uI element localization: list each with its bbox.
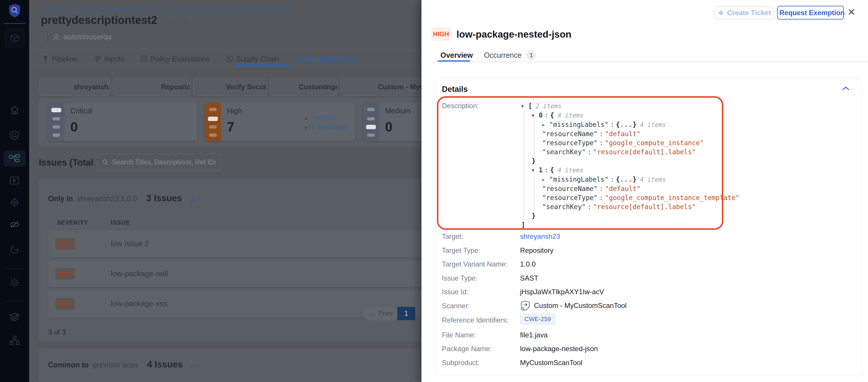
breadcrumb-separator: › bbox=[158, 6, 160, 12]
cwe-chip[interactable]: CWE-259 bbox=[520, 314, 555, 324]
pagination-page-1-button[interactable]: 1 bbox=[397, 307, 415, 320]
breadcrumb-separator: › bbox=[93, 6, 95, 12]
field-label-reference-identifiers: Reference Identifiers: bbox=[442, 316, 508, 324]
severity-badge: HIGH bbox=[55, 268, 75, 280]
field-label-issue-type: Issue Type: bbox=[442, 274, 477, 282]
caret-right-icon[interactable]: ▶ bbox=[542, 175, 549, 184]
nav-settings-gear-icon[interactable] bbox=[0, 277, 29, 289]
caret-down-icon[interactable]: ▼ bbox=[532, 166, 539, 175]
json-tree-line: ▼1:{4 items bbox=[521, 166, 739, 175]
build-id: (Build Id: 2) bbox=[161, 18, 197, 25]
user-avatar-icon bbox=[52, 33, 60, 41]
caret-down-icon[interactable]: ▼ bbox=[521, 102, 528, 111]
drawer-tabs: Overview Occurrence 1 bbox=[440, 50, 536, 60]
field-label-issue-id: Issue Id: bbox=[442, 288, 468, 296]
tab-pipeline[interactable]: Pipeline bbox=[42, 55, 78, 63]
occurrence-count-badge: 1 bbox=[526, 50, 536, 60]
tab-occurrence[interactable]: Occurrence bbox=[484, 51, 522, 60]
pipeline-user-row: autostouserqa bbox=[47, 30, 112, 43]
tab-vulnerabilities[interactable]: Vulnerabilities bbox=[296, 55, 355, 63]
caret-right-icon[interactable]: ▶ bbox=[542, 121, 549, 129]
severity-card-medium[interactable]: Medium 0 bbox=[363, 103, 422, 141]
field-value-target-type: Repository bbox=[520, 246, 554, 255]
issues-group2-header[interactable]: Common to previous scan 4 Issues bbox=[48, 359, 197, 370]
json-tree[interactable]: ▼[2 items▼0:{4 items▶"missingLabels":{..… bbox=[521, 101, 739, 229]
breadcrumb-org[interactable]: Organization: default bbox=[98, 6, 155, 12]
nav-executions-icon[interactable] bbox=[0, 174, 29, 187]
nav-divider bbox=[5, 268, 24, 268]
group-count: 4 Issues bbox=[147, 359, 183, 370]
filter-scanner[interactable]: Scanner:Custom - MyCustomSc... bbox=[341, 78, 422, 96]
caret-down-icon[interactable]: ▼ bbox=[532, 111, 539, 120]
tab-policy-evaluations[interactable]: Policy Evaluations bbox=[141, 55, 210, 63]
breadcrumb-account[interactable]: Account: STO test bbox=[41, 6, 90, 12]
filter-steps[interactable]: Steps:CustomIngest bbox=[270, 78, 337, 96]
issue-details-drawer: Create Ticket Request Exemption ✕ HIGH l… bbox=[422, 0, 868, 382]
severity-meter-high bbox=[205, 103, 221, 141]
user-name: autostouserqa bbox=[64, 32, 112, 41]
field-value-target-link[interactable]: shreyansh23 bbox=[520, 232, 560, 241]
tab-overview[interactable]: Overview bbox=[440, 51, 473, 60]
filter-targets[interactable]: Targets:shreyansh23 bbox=[39, 78, 110, 96]
field-value-target-variant: 1.0.0 bbox=[520, 260, 535, 268]
severity-card-label: High bbox=[227, 107, 242, 115]
column-header-severity: SEVERITY bbox=[57, 219, 88, 226]
pipeline-tab-icon bbox=[42, 55, 49, 63]
pagination-prev-button[interactable]: ← Prev bbox=[363, 307, 399, 320]
harness-sto-logo-icon[interactable] bbox=[0, 2, 29, 19]
issues-search[interactable] bbox=[97, 154, 221, 170]
nav-org-structure-icon[interactable] bbox=[0, 334, 29, 347]
nav-pipelines-icon[interactable] bbox=[3, 151, 26, 167]
tab-supply-chain[interactable]: Supply Chain bbox=[226, 55, 279, 63]
filter-target-type[interactable]: Target Type:Repository bbox=[114, 78, 190, 96]
breadcrumb[interactable]: Account: STO test›Organization: default›… bbox=[41, 6, 292, 13]
drawer-issue-title: low-package-nested-json bbox=[457, 29, 571, 40]
chevron-up-icon[interactable] bbox=[189, 198, 196, 202]
issue-row[interactable]: HIGH low Issue 2 bbox=[48, 230, 422, 257]
nav-home-icon[interactable] bbox=[0, 104, 29, 117]
details-card: Details Description: ▼[2 items▼0:{4 item… bbox=[435, 78, 862, 376]
nav-exemptions-icon[interactable] bbox=[0, 218, 29, 231]
filter-stages[interactable]: Stages:Verify Security bbox=[193, 78, 267, 96]
field-label-file-name: File Name: bbox=[442, 331, 476, 339]
breadcrumb-module[interactable]: Security Orchestration bbox=[232, 6, 292, 12]
field-label-target-variant: Target Variant Name: bbox=[442, 260, 507, 268]
create-ticket-button[interactable]: Create Ticket bbox=[715, 6, 774, 19]
json-tree-line: "resourceName":"default" bbox=[521, 184, 739, 193]
search-input[interactable] bbox=[112, 158, 216, 166]
breadcrumb-separator: › bbox=[227, 6, 229, 12]
nav-overview-shield-icon[interactable] bbox=[0, 129, 29, 142]
chevron-up-icon[interactable] bbox=[190, 364, 197, 368]
nav-targets-icon[interactable] bbox=[0, 196, 29, 209]
close-icon[interactable]: ✕ bbox=[847, 7, 856, 17]
severity-card-critical[interactable]: Critical 0 bbox=[48, 103, 197, 141]
issues-heading: Issues (Total 7) bbox=[39, 157, 104, 168]
json-tree-line: ▼[2 items bbox=[521, 101, 739, 111]
details-collapse-chevron-icon[interactable] bbox=[841, 86, 850, 91]
module-selector-cube-icon[interactable] bbox=[5, 29, 24, 47]
breadcrumb-project[interactable]: Project: test_ng_demo bbox=[163, 6, 224, 12]
issue-title: low-package-null bbox=[111, 269, 168, 278]
trend-remediated: ▼3 remediated bbox=[304, 124, 347, 131]
trend-added: ▲3 added bbox=[304, 114, 333, 121]
json-tree-line: ▶"missingLabels":{...}4 items bbox=[521, 120, 739, 129]
field-label-target: Target: bbox=[442, 232, 463, 241]
severity-card-high[interactable]: High 7 ▲3 added ▼3 remediated bbox=[205, 103, 355, 141]
issues-group1-header[interactable]: Only in shreyansh23:1.0.0 3 Issues bbox=[48, 193, 196, 203]
vulnerabilities-tab-icon bbox=[296, 55, 303, 63]
json-tree-line: "resourceName":"default" bbox=[521, 129, 739, 138]
json-tree-line: "searchKey":"resource[default].labels" bbox=[521, 202, 739, 212]
issue-row[interactable]: HIGH low-package-null bbox=[48, 260, 422, 287]
nav-get-started-icon[interactable] bbox=[0, 243, 29, 256]
severity-card-label: Medium bbox=[385, 107, 411, 115]
drawer-severity-badge: HIGH bbox=[431, 27, 451, 41]
severity-card-label: Critical bbox=[70, 107, 92, 115]
json-tree-line: ] bbox=[521, 220, 739, 229]
triangle-up-icon: ▲ bbox=[304, 116, 308, 121]
tab-inputs[interactable]: Inputs bbox=[94, 55, 124, 63]
request-exemption-button[interactable]: Request Exemption bbox=[777, 6, 844, 20]
divider bbox=[29, 66, 422, 67]
nav-default-settings-icon[interactable] bbox=[0, 311, 29, 324]
active-tab-underline bbox=[235, 64, 288, 66]
field-value-scanner: Custom - MyCustomScanTool bbox=[520, 300, 626, 311]
